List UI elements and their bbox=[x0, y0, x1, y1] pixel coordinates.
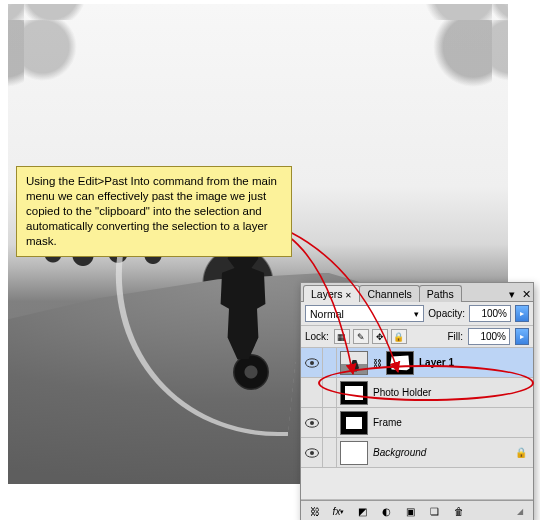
layer-list: ⛓ Layer 1 Photo Holder Frame Background bbox=[301, 348, 533, 500]
fill-slider-button[interactable]: ▸ bbox=[515, 328, 529, 345]
resize-grip-icon[interactable]: ◢ bbox=[509, 503, 530, 520]
adjustment-layer-icon[interactable]: ◐ bbox=[376, 503, 397, 520]
layer-thumbnail[interactable] bbox=[340, 381, 368, 405]
link-column[interactable] bbox=[323, 408, 337, 437]
new-group-icon[interactable]: ▣ bbox=[400, 503, 421, 520]
blend-opacity-row: Normal ▾ Opacity: 100% ▸ bbox=[301, 302, 533, 325]
new-layer-icon[interactable]: ❏ bbox=[424, 503, 445, 520]
annotation-note: Using the Edit>Past Into command from th… bbox=[16, 166, 292, 257]
svg-point-5 bbox=[310, 451, 314, 455]
layer-fx-icon[interactable]: fx▾ bbox=[328, 503, 349, 520]
layer-row-frame[interactable]: Frame bbox=[301, 408, 533, 438]
svg-point-3 bbox=[310, 421, 314, 425]
opacity-label: Opacity: bbox=[428, 308, 465, 319]
layer-row-photo-holder[interactable]: Photo Holder bbox=[301, 378, 533, 408]
visibility-toggle[interactable] bbox=[301, 438, 323, 467]
tab-layers-label: Layers bbox=[311, 288, 343, 300]
layer-list-empty bbox=[301, 468, 533, 500]
lock-transparency-icon[interactable]: ▦ bbox=[334, 329, 350, 344]
add-mask-icon[interactable]: ◩ bbox=[352, 503, 373, 520]
layer-row-background[interactable]: Background 🔒 bbox=[301, 438, 533, 468]
link-column[interactable] bbox=[323, 438, 337, 467]
lock-fill-row: Lock: ▦ ✎ ✥ 🔒 Fill: 100% ▸ bbox=[301, 325, 533, 348]
panel-minimize-icon[interactable]: ▾ bbox=[505, 288, 519, 301]
blend-mode-value: Normal bbox=[310, 308, 344, 320]
opacity-slider-button[interactable]: ▸ bbox=[515, 305, 529, 322]
panel-tabs: Layers ✕ Channels Paths ▾ ✕ bbox=[301, 283, 533, 302]
layer-name[interactable]: Frame bbox=[373, 417, 402, 428]
visibility-toggle[interactable] bbox=[301, 378, 323, 407]
layer-mask-thumbnail[interactable] bbox=[386, 351, 414, 375]
mask-link-icon[interactable]: ⛓ bbox=[371, 358, 383, 368]
tab-layers[interactable]: Layers ✕ bbox=[303, 285, 360, 302]
link-layers-icon[interactable]: ⛓ bbox=[304, 503, 325, 520]
lock-position-icon[interactable]: ✥ bbox=[372, 329, 388, 344]
fill-label: Fill: bbox=[447, 331, 463, 342]
opacity-field[interactable]: 100% bbox=[469, 305, 511, 322]
layer-name[interactable]: Photo Holder bbox=[373, 387, 431, 398]
lock-icon: 🔒 bbox=[515, 447, 527, 458]
svg-point-1 bbox=[310, 361, 314, 365]
layer-thumbnail[interactable] bbox=[340, 351, 368, 375]
lock-all-icon[interactable]: 🔒 bbox=[391, 329, 407, 344]
lock-pixels-icon[interactable]: ✎ bbox=[353, 329, 369, 344]
tab-paths[interactable]: Paths bbox=[419, 285, 462, 302]
visibility-toggle[interactable] bbox=[301, 348, 323, 377]
layer-name[interactable]: Background bbox=[373, 447, 426, 458]
blend-mode-select[interactable]: Normal ▾ bbox=[305, 305, 424, 322]
layer-name[interactable]: Layer 1 bbox=[419, 357, 454, 368]
chevron-down-icon: ▾ bbox=[414, 309, 419, 319]
lock-label: Lock: bbox=[305, 331, 329, 342]
annotation-text: Using the Edit>Past Into command from th… bbox=[26, 175, 277, 247]
layers-panel: Layers ✕ Channels Paths ▾ ✕ Normal ▾ Opa… bbox=[300, 282, 534, 520]
link-column[interactable] bbox=[323, 348, 337, 377]
panel-footer: ⛓ fx▾ ◩ ◐ ▣ ❏ 🗑 ◢ bbox=[301, 500, 533, 520]
visibility-toggle[interactable] bbox=[301, 408, 323, 437]
link-column[interactable] bbox=[323, 378, 337, 407]
panel-close-icon[interactable]: ✕ bbox=[519, 288, 533, 301]
layer-thumbnail[interactable] bbox=[340, 441, 368, 465]
fill-field[interactable]: 100% bbox=[468, 328, 510, 345]
tab-channels[interactable]: Channels bbox=[359, 285, 419, 302]
layer-thumbnail[interactable] bbox=[340, 411, 368, 435]
layer-row-layer1[interactable]: ⛓ Layer 1 bbox=[301, 348, 533, 378]
delete-layer-icon[interactable]: 🗑 bbox=[448, 503, 469, 520]
